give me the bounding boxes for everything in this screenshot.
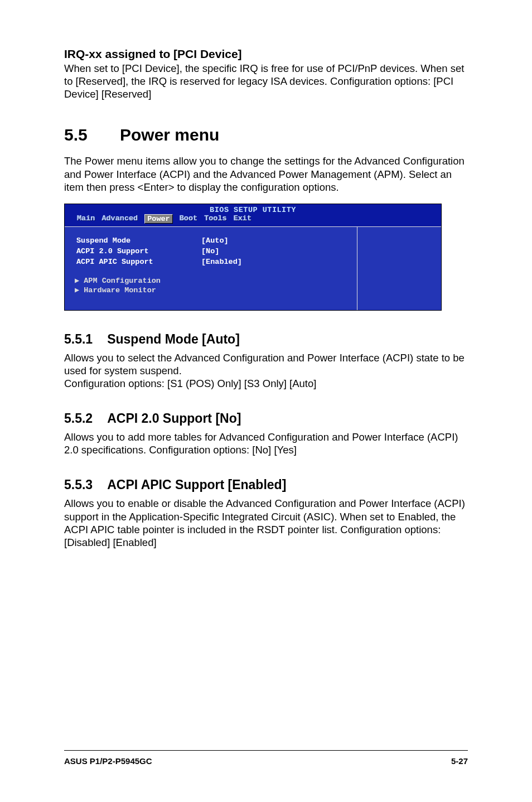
tab-tools[interactable]: Tools: [204, 214, 227, 224]
submenu-hw-monitor[interactable]: Hardware Monitor: [75, 285, 349, 294]
sub3-number: 5.5.3: [64, 477, 93, 492]
footer-page: 5-27: [451, 756, 468, 766]
bios-body: Suspend Mode [Auto] ACPI 2.0 Support [No…: [65, 226, 441, 310]
sub1-body-2: Configuration options: [S1 (POS) Only] […: [64, 377, 473, 390]
power-menu-heading: 5.5Power menu: [64, 125, 473, 144]
bios-submenus: APM Configuration Hardware Monitor: [75, 276, 349, 294]
tab-power[interactable]: Power: [144, 214, 173, 224]
bios-title: BIOS SETUP UTILITY: [65, 206, 441, 214]
sub2-title: ACPI 2.0 Support [No]: [107, 411, 241, 426]
tab-exit[interactable]: Exit: [234, 214, 252, 224]
bios-item-value: [Enabled]: [201, 257, 245, 267]
sub3-body: Allows you to enable or disable the Adva…: [64, 497, 473, 549]
bios-settings-table: Suspend Mode [Auto] ACPI 2.0 Support [No…: [75, 235, 246, 268]
bios-item-value: [No]: [201, 247, 245, 256]
sub2-body: Allows you to add more tables for Advanc…: [64, 431, 473, 456]
bios-item-suspend-mode[interactable]: Suspend Mode [Auto]: [76, 236, 245, 245]
bios-item-acpi-apic[interactable]: ACPI APIC Support [Enabled]: [76, 257, 245, 267]
power-menu-title: Power menu: [120, 125, 219, 144]
irq-heading: IRQ-xx assigned to [PCI Device]: [64, 47, 473, 61]
bios-screenshot: BIOS SETUP UTILITY Main Advanced Power B…: [64, 204, 442, 311]
power-menu-intro: The Power menu items allow you to change…: [64, 154, 473, 193]
footer-product: ASUS P1/P2-P5945GC: [64, 756, 152, 766]
bios-item-value: [Auto]: [201, 236, 245, 245]
footer: ASUS P1/P2-P5945GC 5-27: [64, 750, 468, 766]
bios-settings-pane: Suspend Mode [Auto] ACPI 2.0 Support [No…: [65, 227, 357, 310]
sub1-number: 5.5.1: [64, 332, 93, 347]
sub1-body-1: Allows you to select the Advanced Config…: [64, 351, 473, 377]
page: IRQ-xx assigned to [PCI Device] When set…: [0, 0, 532, 802]
bios-tabs: Main Advanced Power Boot Tools Exit: [65, 214, 441, 225]
irq-body: When set to [PCI Device], the specific I…: [64, 62, 473, 100]
bios-item-acpi-20[interactable]: ACPI 2.0 Support [No]: [76, 247, 245, 256]
power-menu-number: 5.5: [64, 125, 120, 144]
bios-help-pane: [357, 227, 441, 310]
sub3-title: ACPI APIC Support [Enabled]: [107, 477, 286, 492]
bios-header: BIOS SETUP UTILITY Main Advanced Power B…: [65, 204, 441, 226]
sub2-number: 5.5.2: [64, 411, 93, 426]
tab-advanced[interactable]: Advanced: [101, 214, 138, 224]
sub1-title: Suspend Mode [Auto]: [107, 332, 240, 346]
bios-item-label: ACPI 2.0 Support: [76, 247, 200, 256]
tab-main[interactable]: Main: [77, 214, 95, 224]
tab-boot[interactable]: Boot: [180, 214, 197, 224]
sub3-heading: 5.5.3ACPI APIC Support [Enabled]: [64, 477, 473, 492]
bios-item-label: Suspend Mode: [76, 236, 200, 245]
bios-item-label: ACPI APIC Support: [76, 257, 200, 267]
submenu-apm-config[interactable]: APM Configuration: [75, 276, 349, 285]
sub1-heading: 5.5.1Suspend Mode [Auto]: [64, 332, 473, 347]
sub2-heading: 5.5.2ACPI 2.0 Support [No]: [64, 411, 473, 426]
